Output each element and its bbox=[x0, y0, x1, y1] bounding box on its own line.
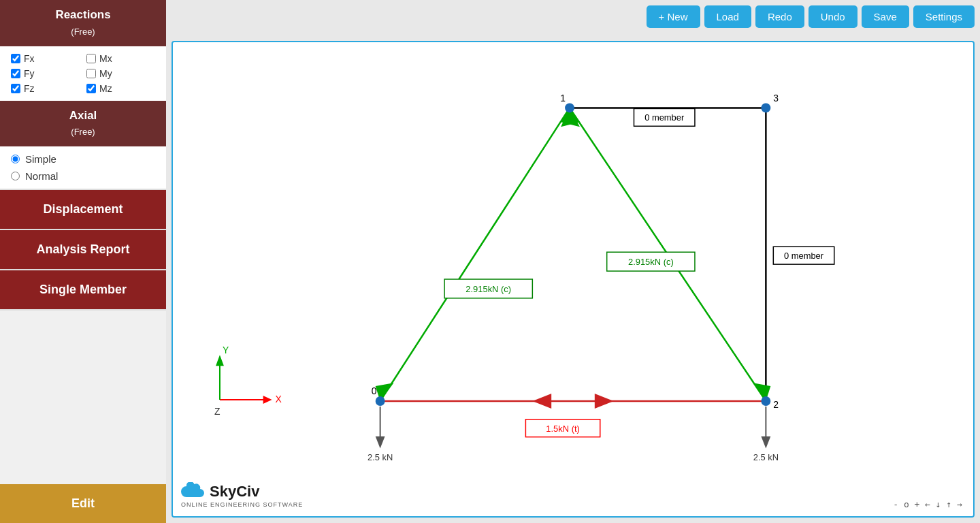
displacement-button[interactable]: Displacement bbox=[0, 190, 166, 229]
main-canvas[interactable]: 1 0 2 3 0 member 0 member 2.915kN (c) 2.… bbox=[172, 41, 975, 518]
simple-radio[interactable] bbox=[11, 155, 20, 163]
force-label-bottom: 1.5kN (t) bbox=[546, 424, 579, 434]
normal-radio[interactable] bbox=[11, 172, 20, 180]
member-left-diag bbox=[380, 108, 570, 401]
node-1[interactable] bbox=[565, 103, 574, 112]
analysis-report-button[interactable]: Analysis Report bbox=[0, 230, 166, 269]
normal-label[interactable]: Normal bbox=[11, 170, 155, 182]
reactions-checkboxes: Fx Mx Fy My Fz Mz bbox=[0, 46, 166, 101]
fz-checkbox[interactable] bbox=[11, 84, 20, 93]
axial-header: Axial (Free) bbox=[0, 101, 166, 147]
node-2[interactable] bbox=[761, 396, 770, 406]
node-label-2: 2 bbox=[773, 399, 779, 410]
z-axis-label: Z bbox=[214, 406, 220, 417]
reaction-label-2: 2.5 kN bbox=[753, 452, 779, 462]
save-button[interactable]: Save bbox=[862, 5, 909, 28]
force-label-right: 2.915kN (c) bbox=[628, 257, 674, 267]
sidebar: Reactions (Free) Fx Mx Fy My Fz Mz Axial bbox=[0, 0, 166, 523]
settings-button[interactable]: Settings bbox=[913, 5, 975, 28]
reactions-header: Reactions (Free) bbox=[0, 0, 166, 46]
mx-label[interactable]: Mx bbox=[86, 53, 155, 64]
reaction-arrowhead-0 bbox=[376, 437, 385, 449]
y-axis-label: Y bbox=[223, 345, 229, 355]
fy-checkbox[interactable] bbox=[11, 69, 20, 78]
skyciv-logo: SkyCiv ONLINE ENGINEERING SOFTWARE bbox=[181, 482, 303, 508]
load-button[interactable]: Load bbox=[704, 5, 751, 28]
x-axis-label: X bbox=[276, 394, 282, 405]
z-arrowhead bbox=[263, 396, 272, 404]
node-label-1: 1 bbox=[560, 93, 566, 104]
fz-label[interactable]: Fz bbox=[11, 83, 80, 94]
new-button[interactable]: + New bbox=[647, 5, 700, 28]
node-label-3: 3 bbox=[773, 93, 779, 104]
node-3[interactable] bbox=[761, 103, 770, 112]
redo-button[interactable]: Redo bbox=[755, 5, 804, 28]
axial-radios: Simple Normal bbox=[0, 146, 166, 189]
fx-label[interactable]: Fx bbox=[11, 53, 80, 64]
member-label-top: 0 member bbox=[644, 112, 685, 123]
structure-canvas: 1 0 2 3 0 member 0 member 2.915kN (c) 2.… bbox=[173, 42, 973, 516]
mz-label[interactable]: Mz bbox=[86, 83, 155, 94]
my-checkbox[interactable] bbox=[86, 69, 96, 78]
simple-label[interactable]: Simple bbox=[11, 153, 155, 165]
arrow-bottom-right bbox=[595, 394, 614, 409]
zoom-hint: - o + ← ↓ ↑ → bbox=[893, 499, 962, 509]
cloud-icon bbox=[181, 482, 206, 501]
reaction-label-0: 2.5 kN bbox=[368, 452, 393, 462]
undo-button[interactable]: Undo bbox=[808, 5, 858, 28]
member-label-right: 0 member bbox=[784, 251, 824, 261]
y-arrowhead bbox=[216, 355, 224, 366]
force-label-left: 2.915kN (c) bbox=[466, 284, 511, 294]
edit-button[interactable]: Edit bbox=[0, 484, 166, 523]
single-member-button[interactable]: Single Member bbox=[0, 270, 166, 309]
reaction-arrowhead-2 bbox=[761, 437, 770, 449]
node-label-0: 0 bbox=[372, 385, 377, 396]
fx-checkbox[interactable] bbox=[11, 54, 20, 63]
node-0[interactable] bbox=[376, 396, 385, 406]
my-label[interactable]: My bbox=[86, 68, 155, 79]
toolbar: + New Load Redo Undo Save Settings bbox=[647, 5, 975, 28]
mx-checkbox[interactable] bbox=[86, 54, 96, 63]
mz-checkbox[interactable] bbox=[86, 84, 96, 93]
arrow-bottom-left bbox=[532, 394, 551, 409]
fy-label[interactable]: Fy bbox=[11, 68, 80, 79]
